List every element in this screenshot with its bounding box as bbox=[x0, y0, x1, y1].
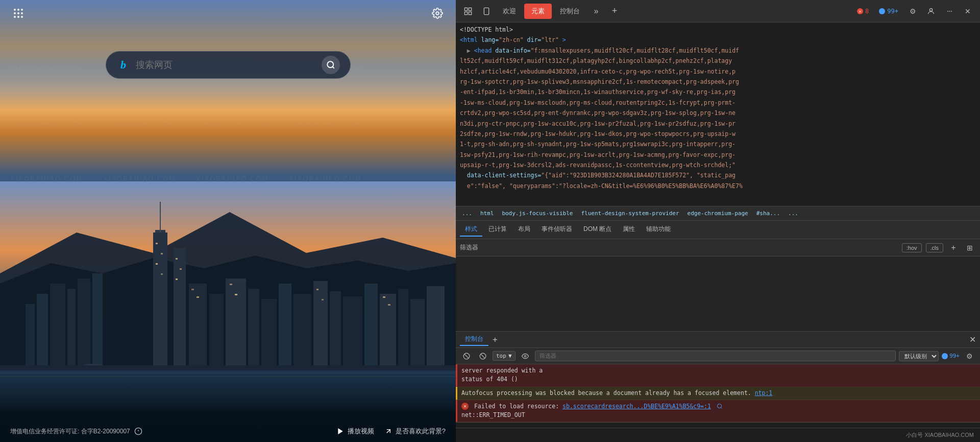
console-close-button[interactable]: ✕ bbox=[969, 335, 976, 344]
svg-rect-41 bbox=[383, 296, 385, 298]
html-line-12[interactable]: upsaip-r-t,prg-1sw-3dcrsl2,ads-revanidpa… bbox=[456, 160, 980, 170]
svg-rect-67 bbox=[469, 8, 471, 10]
bc-dots[interactable]: ... bbox=[460, 209, 474, 218]
svg-line-83 bbox=[721, 408, 722, 409]
console-msg-timed-out[interactable]: ✕ Failed to load resource: sb.scorecardr… bbox=[456, 400, 980, 423]
devtools-settings-button[interactable]: ⚙ bbox=[904, 3, 921, 19]
tab-event-listeners[interactable]: 事件侦听器 bbox=[536, 223, 577, 237]
more-tabs-button[interactable]: » bbox=[588, 3, 604, 19]
console-messages[interactable]: server responded with astatus of 404 () … bbox=[456, 364, 980, 428]
tab-accessibility[interactable]: 辅助功能 bbox=[641, 223, 676, 237]
console-level-select[interactable]: 默认级别 bbox=[899, 351, 939, 361]
bc-edge[interactable]: edge-chromium-page bbox=[685, 209, 750, 218]
svg-rect-43 bbox=[0, 365, 456, 411]
tab-properties[interactable]: 属性 bbox=[618, 223, 640, 237]
context-label: top bbox=[496, 353, 506, 359]
elements-tab[interactable]: 元素 bbox=[524, 4, 552, 19]
warning-badge[interactable]: 99+ bbox=[875, 7, 902, 16]
console-main-tab[interactable]: 控制台 bbox=[460, 333, 488, 346]
search-button[interactable] bbox=[322, 56, 340, 74]
inspect-element-button[interactable] bbox=[460, 3, 476, 19]
console-clear-button[interactable] bbox=[460, 350, 473, 363]
svg-rect-38 bbox=[235, 294, 237, 295]
apps-button[interactable] bbox=[10, 5, 27, 21]
console-add-tab[interactable]: + bbox=[491, 334, 500, 345]
html-line-7[interactable]: crtdv2,prg-wpo-sc5sd,prg-ent-dynrankc,pr… bbox=[456, 108, 980, 118]
resource-link[interactable]: sb.scorecardresearch...D%BE%E9%A1%B5&c9=… bbox=[562, 403, 711, 410]
svg-point-80 bbox=[524, 355, 526, 357]
devtools-footer: 小白号 XIAOBAIHAO.COM bbox=[456, 428, 980, 442]
html-line-5[interactable]: -ent-ifpad,1s-br30min,1s-br30mincn,1s-wi… bbox=[456, 87, 980, 97]
devtools-close-button[interactable]: ✕ bbox=[960, 3, 976, 19]
console-tab-top[interactable]: 控制台 bbox=[554, 5, 586, 18]
html-line-9[interactable]: 2sdfze,prg-1sw-rndw,prg-1sw-hdukr,prg-1s… bbox=[456, 129, 980, 139]
html-line-14[interactable]: e":"false", "queryparams":"?locale=zh-CN… bbox=[456, 181, 980, 191]
console-context-selector[interactable]: top ▼ bbox=[493, 351, 516, 361]
device-toggle-button[interactable] bbox=[478, 3, 495, 19]
html-line-6[interactable]: -1sw-ms-cloud,prg-1sw-mscloudn,prg-ms-cl… bbox=[456, 98, 980, 108]
svg-rect-17 bbox=[261, 299, 277, 365]
svg-rect-18 bbox=[279, 284, 291, 365]
html-tree[interactable]: <!DOCTYPE html> <html lang="zh-cn" dir="… bbox=[456, 22, 980, 206]
html-line-2[interactable]: lt52cf,muidflt59cf,muidflt312cf,platagyh… bbox=[456, 56, 980, 66]
html-line-3[interactable]: hzlcf,article4cf,vebudumu04302020,infra-… bbox=[456, 66, 980, 77]
add-tab-button[interactable]: + bbox=[606, 3, 623, 19]
svg-rect-5 bbox=[50, 284, 65, 365]
svg-point-82 bbox=[717, 404, 721, 408]
console-section: 控制台 + ✕ top ▼ bbox=[456, 331, 980, 442]
svg-text:✕: ✕ bbox=[859, 9, 862, 14]
styles-tabs-bar: 样式 已计算 布局 事件侦听器 DOM 断点 属性 辅助功能 bbox=[456, 221, 980, 239]
html-line-11[interactable]: 1sw-psfy21,prg-1sw-rih-revampc,prg-1sw-a… bbox=[456, 150, 980, 160]
bc-more[interactable]: ... bbox=[786, 209, 800, 218]
html-line-4[interactable]: rg-1sw-spotctr,prg-1sw-splivew3,msnsapph… bbox=[456, 77, 980, 87]
city-skyline bbox=[0, 181, 456, 411]
page-settings-button[interactable] bbox=[429, 5, 446, 21]
html-line-10[interactable]: 1-t,prg-sh-adn,prg-sh-synadnt,prg-1sw-sp… bbox=[456, 139, 980, 149]
new-style-button[interactable]: ⊞ bbox=[964, 242, 976, 254]
play-video-button[interactable]: 播放视频 bbox=[336, 427, 374, 436]
console-prompt[interactable]: › bbox=[456, 422, 980, 428]
bc-body[interactable]: body.js-focus-visible bbox=[500, 209, 575, 218]
autofocus-link[interactable]: ntp:1 bbox=[755, 389, 773, 397]
svg-rect-23 bbox=[364, 284, 378, 365]
cls-button[interactable]: .cls bbox=[926, 243, 944, 252]
svg-line-77 bbox=[464, 354, 469, 358]
tab-layout[interactable]: 布局 bbox=[513, 223, 535, 237]
like-background-button[interactable]: 是否喜欢此背景? bbox=[384, 427, 446, 436]
html-line-8[interactable]: n3di,prg-ctr-pnpc,prg-1sw-accu10c,prg-1s… bbox=[456, 119, 980, 129]
search-input[interactable] bbox=[136, 60, 316, 71]
bc-fluent[interactable]: fluent-design-system-provider bbox=[579, 209, 681, 218]
error-icon: ✕ bbox=[461, 403, 469, 410]
console-msg-404[interactable]: server responded with astatus of 404 () bbox=[456, 364, 980, 387]
console-warning-count[interactable]: 99+ bbox=[942, 353, 960, 359]
svg-rect-42 bbox=[388, 304, 390, 306]
console-eye-button[interactable] bbox=[519, 350, 532, 363]
welcome-tab[interactable]: 欢迎 bbox=[497, 5, 522, 18]
console-settings-button[interactable]: ⚙ bbox=[963, 350, 976, 363]
html-line-13[interactable]: data-client-settings="{"aid":"923D1B903B… bbox=[456, 170, 980, 180]
tab-computed[interactable]: 已计算 bbox=[483, 223, 512, 237]
html-line-html[interactable]: <html lang="zh-cn" dir="ltr" > bbox=[456, 35, 980, 45]
svg-rect-3 bbox=[26, 304, 35, 365]
svg-rect-8 bbox=[92, 273, 103, 365]
console-filter-input[interactable] bbox=[535, 351, 896, 361]
tab-dom-breakpoints[interactable]: DOM 断点 bbox=[578, 223, 617, 237]
hov-button[interactable]: :hov bbox=[902, 243, 922, 252]
error-badge[interactable]: ✕ 8 bbox=[853, 7, 873, 16]
console-msg-autofocus[interactable]: Autofocus processing was blocked because… bbox=[456, 387, 980, 400]
add-style-button[interactable]: + bbox=[947, 242, 960, 254]
html-line-doctype[interactable]: <!DOCTYPE html> bbox=[456, 25, 980, 35]
devtools-more-button[interactable]: ··· bbox=[941, 3, 958, 19]
toolbar-right: ✕ 8 99+ ⚙ ··· ✕ bbox=[853, 3, 976, 19]
bc-html[interactable]: html bbox=[478, 209, 496, 218]
svg-marker-65 bbox=[338, 428, 342, 434]
search-resource-icon[interactable] bbox=[717, 403, 723, 409]
search-box[interactable]: b bbox=[106, 51, 351, 79]
svg-rect-15 bbox=[226, 278, 246, 365]
html-line-head[interactable]: ▶ <head data-info="f:msnallexpusers,muid… bbox=[456, 45, 980, 56]
tab-styles[interactable]: 样式 bbox=[460, 223, 482, 237]
console-block-button[interactable] bbox=[476, 350, 489, 363]
devtools-profile-button[interactable] bbox=[923, 3, 939, 19]
svg-rect-20 bbox=[313, 281, 328, 365]
bc-sha[interactable]: #sha... bbox=[754, 209, 782, 218]
